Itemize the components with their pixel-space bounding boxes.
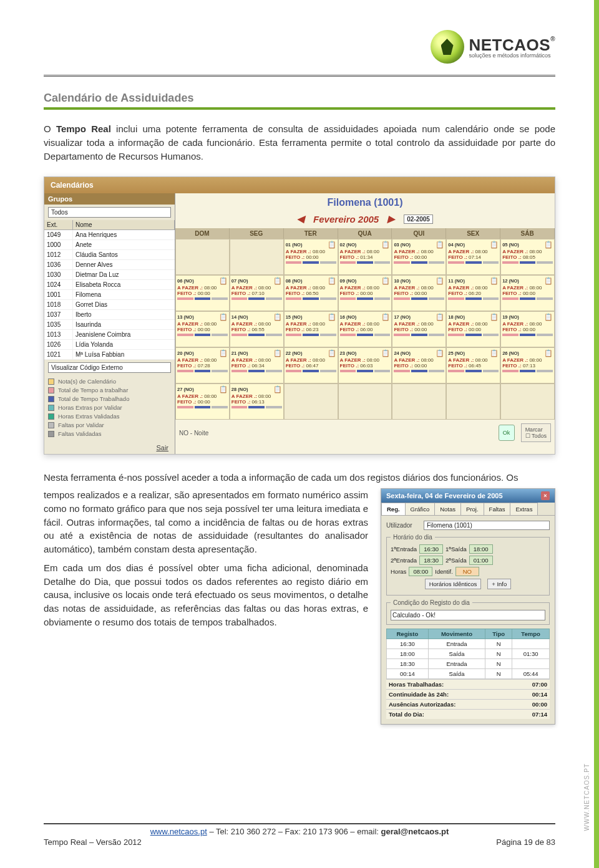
calendar-day-cell[interactable]: 18 (NO)📋A FAZER .: 08:00FEITO .: 00:00 <box>446 311 500 347</box>
paragraph-2-body: tempos realizados e a realizar, são apre… <box>44 488 368 556</box>
calendar-day-cell[interactable]: 02 (NO)📋A FAZER .: 08:00FEITO .: 01:34 <box>338 239 392 275</box>
month-selector-row: ◀ Fevereiro 2005 ▶ 02-2005 <box>175 212 555 228</box>
employee-row[interactable]: 1024Elisabeta Rocca <box>44 280 175 290</box>
legend-item: Nota(s) de Calendário <box>48 378 171 385</box>
employee-row[interactable]: 1030Dietmar Da Luz <box>44 270 175 280</box>
day-of-week-header: DOMSEGTERQUAQUISEXSÁB <box>175 228 555 239</box>
employee-row[interactable]: 1018Gorret Dias <box>44 300 175 310</box>
employee-row[interactable]: 1012Cláudia Santos <box>44 250 175 260</box>
brand-tagline: soluções e métodos informáticos <box>469 52 556 59</box>
calendar-day-cell[interactable]: 16 (NO)📋A FAZER .: 08:00FEITO .: 06:00 <box>338 311 392 347</box>
marcar-box: Marcar ☐ Todos <box>521 423 551 442</box>
paragraph-3: Em cada um dos dias é possível obter uma… <box>44 561 368 629</box>
calendar-day-cell[interactable]: 25 (NO)📋A FAZER .: 08:00FEITO .: 06:45 <box>446 347 500 383</box>
utilizador-value: Filomena (1001) <box>424 521 550 530</box>
logo-icon <box>431 30 464 64</box>
horario-fieldset: Horário do dia 1ªEntrada16:301ªSaída18:0… <box>386 534 550 596</box>
calendar-day-cell[interactable]: 17 (NO)📋A FAZER .: 08:00FEITO .: 00:00 <box>392 311 446 347</box>
calendar-day-cell[interactable]: 21 (NO)📋A FAZER .: 08:00FEITO .: 06:34 <box>230 347 284 383</box>
movements-table: RegistoMovimentoTipoTempo16:30EntradaN18… <box>386 629 550 679</box>
employee-row[interactable]: 1013Jeanislene Coimbra <box>44 330 175 340</box>
legend-item: Total de Tempo a trabalhar <box>48 387 171 393</box>
condicao-select[interactable]: Calculado - Ok! <box>391 610 545 620</box>
footer-site-link[interactable]: www.netcaos.pt <box>150 827 207 836</box>
calendar-day-cell[interactable]: 24 (NO)📋A FAZER .: 08:00FEITO .: 00:00 <box>392 347 446 383</box>
legend-item: Horas Extras por Validar <box>48 404 171 411</box>
footer-email[interactable]: geral@netcaos.pt <box>381 827 449 836</box>
employee-row[interactable]: 1001Filomena <box>44 290 175 300</box>
calendar-day-cell[interactable]: 08 (NO)📋A FAZER .: 08:00FEITO .: 06:50 <box>284 275 338 311</box>
page-footer: www.netcaos.pt – Tel: 210 360 272 – Fax:… <box>44 823 555 847</box>
employee-row[interactable]: 1035Isaurinda <box>44 320 175 330</box>
condicao-fieldset: Condição do Registo do dia Calculado - O… <box>386 599 550 625</box>
month-label: Fevereiro 2005 <box>313 214 379 224</box>
calendar-day-cell[interactable]: 14 (NO)📋A FAZER .: 08:00FEITO .: 06:55 <box>230 311 284 347</box>
calendar-day-cell[interactable]: 27 (NO)📋A FAZER .: 08:00FEITO .: 00:00 <box>175 383 230 420</box>
calendar-day-cell[interactable]: 11 (NO)📋A FAZER .: 08:00FEITO .: 06:20 <box>446 275 500 311</box>
calendar-day-cell[interactable]: 12 (NO)📋A FAZER .: 08:00FEITO .: 00:00 <box>500 275 555 311</box>
calendar-day-cell[interactable]: 10 (NO)📋A FAZER .: 08:00FEITO .: 00:00 <box>392 275 446 311</box>
legend-item: Total de Tempo Trabalhado <box>48 395 171 402</box>
calendar-day-cell[interactable]: 07 (NO)📋A FAZER .: 08:00FEITO .: 07:10 <box>230 275 284 311</box>
detail-tabs: Reg.GráficoNotasProj.FaltasExtras <box>381 503 555 516</box>
ok-button[interactable]: Ok <box>499 425 515 441</box>
close-icon[interactable]: × <box>541 491 550 500</box>
grupos-select[interactable]: Todos <box>48 207 171 218</box>
sair-link[interactable]: Sair <box>44 441 175 454</box>
grupos-label: Grupos <box>44 193 175 205</box>
calendar-day-cell <box>446 383 500 420</box>
calendar-day-cell[interactable]: 19 (NO)📋A FAZER .: 08:00FEITO .: 00:00 <box>500 311 555 347</box>
day-detail-screenshot: Sexta-feira, 04 de Fevereiro de 2005 × R… <box>381 488 555 725</box>
calendar-day-cell[interactable]: 01 (NO)📋A FAZER .: 08:00FEITO .: 00:00 <box>284 239 338 275</box>
accent-bar <box>44 107 555 110</box>
employee-row[interactable]: 1021Mª Luísa Fabbian <box>44 350 175 360</box>
calendar-day-cell[interactable]: 23 (NO)📋A FAZER .: 08:00FEITO .: 06:03 <box>338 347 392 383</box>
calendar-day-cell[interactable]: 06 (NO)📋A FAZER .: 08:00FEITO .: 00:00 <box>175 275 230 311</box>
calendar-grid: 01 (NO)📋A FAZER .: 08:00FEITO .: 00:0002… <box>175 239 555 420</box>
info-button[interactable]: + Info <box>487 579 511 589</box>
detail-tab[interactable]: Reg. <box>381 503 406 515</box>
detail-tab[interactable]: Gráfico <box>405 503 436 515</box>
calendar-day-cell[interactable]: 15 (NO)📋A FAZER .: 08:00FEITO .: 06:23 <box>284 311 338 347</box>
calendar-day-cell[interactable]: 03 (NO)📋A FAZER .: 08:00FEITO .: 00:00 <box>392 239 446 275</box>
employee-row[interactable]: 1049Ana Henriques <box>44 230 175 240</box>
detail-tab[interactable]: Notas <box>434 503 461 515</box>
legend: Nota(s) de CalendárioTotal de Tempo a tr… <box>44 375 175 441</box>
detail-tab[interactable]: Faltas <box>484 503 511 515</box>
detail-tab[interactable]: Proj. <box>460 503 484 515</box>
employee-row[interactable]: 1036Denner Alves <box>44 260 175 270</box>
calendar-main: Filomena (1001) ◀ Fevereiro 2005 ▶ 02-20… <box>175 193 555 454</box>
employee-row[interactable]: 1037Iberto <box>44 310 175 320</box>
calendar-day-cell[interactable]: 20 (NO)📋A FAZER .: 08:00FEITO .: 07:28 <box>175 347 230 383</box>
calendar-day-cell[interactable]: 22 (NO)📋A FAZER .: 08:00FEITO .: 06:47 <box>284 347 338 383</box>
calendar-footer-row: NO - Noite Ok Marcar ☐ Todos <box>175 420 555 446</box>
section-title: Calendário de Assiduidades <box>44 92 555 105</box>
calendar-day-cell[interactable]: 09 (NO)📋A FAZER .: 08:00FEITO .: 00:00 <box>338 275 392 311</box>
detail-tab[interactable]: Extras <box>510 503 538 515</box>
calendar-day-cell <box>500 383 555 420</box>
calendar-day-cell[interactable]: 04 (NO)📋A FAZER .: 08:00FEITO .: 07:14 <box>446 239 500 275</box>
calendar-day-cell[interactable]: 05 (NO)📋A FAZER .: 08:00FEITO .: 08:05 <box>500 239 555 275</box>
employee-row[interactable]: 1026Lídia Yolanda <box>44 340 175 350</box>
legend-item: Horas Extras Validadas <box>48 413 171 420</box>
calendar-sidebar: Grupos Todos Ext. Nome 1049Ana Henriques… <box>44 193 175 454</box>
employee-list-header: Ext. Nome <box>44 220 175 230</box>
watermark: WWW.NETCAOS.PT <box>583 763 590 831</box>
brand-block: NETCAOS® soluções e métodos informáticos <box>431 30 556 64</box>
next-month-icon[interactable]: ▶ <box>387 213 395 224</box>
calendar-day-cell <box>175 239 230 275</box>
month-dropdown[interactable]: 02-2005 <box>404 215 433 224</box>
prev-month-icon[interactable]: ◀ <box>297 213 304 224</box>
calendar-day-cell[interactable]: 13 (NO)📋A FAZER .: 08:00FEITO .: 00:00 <box>175 311 230 347</box>
page-header: NETCAOS® soluções e métodos informáticos <box>44 30 555 64</box>
no-noite-label: NO - Noite <box>179 430 208 436</box>
horarios-identicos-button[interactable]: Horários Idênticos <box>425 579 482 589</box>
legend-item: Faltas por Validar <box>48 422 171 428</box>
visualizar-select[interactable]: Visualizar Código Externo <box>48 362 171 373</box>
employee-row[interactable]: 1000Anete <box>44 240 175 250</box>
summary-rows: Horas Trabalhadas:07:00Continuidade às 2… <box>386 679 550 719</box>
calendar-day-cell[interactable]: 26 (NO)📋A FAZER .: 08:00FEITO .: 07:13 <box>500 347 555 383</box>
todos-checkbox[interactable]: ☐ Todos <box>525 433 547 439</box>
employee-list[interactable]: 1049Ana Henriques1000Anete1012Cláudia Sa… <box>44 230 175 360</box>
calendar-day-cell[interactable]: 28 (NO)📋A FAZER .: 08:00FEITO .: 06:13 <box>230 383 284 420</box>
